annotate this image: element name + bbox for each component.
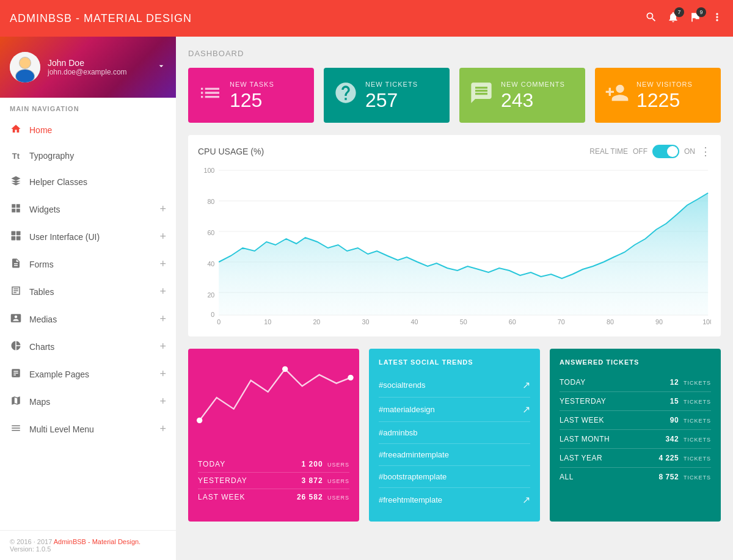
sparkline-label: LAST WEEK xyxy=(198,493,245,501)
svg-text:60: 60 xyxy=(509,318,516,324)
social-header: LATEST SOCIAL TRENDS xyxy=(379,358,530,366)
stat-card-tickets[interactable]: NEW TICKETS 257 xyxy=(324,68,450,123)
chart-controls: REAL TIME OFF ON ⋮ xyxy=(589,145,711,158)
user-chevron-icon[interactable] xyxy=(156,61,166,73)
ticket-row-lastmonth: LAST MONTH 342 TICKETS xyxy=(560,430,711,449)
stat-card-comments[interactable]: NEW COMMENTS 243 xyxy=(459,68,585,123)
chart-title: CPU USAGE (%) xyxy=(198,147,264,156)
home-icon xyxy=(10,123,22,136)
tables-icon xyxy=(10,285,22,298)
notifications-button[interactable]: 7 xyxy=(667,11,679,26)
stat-text: NEW COMMENTS 243 xyxy=(501,81,575,110)
svg-text:60: 60 xyxy=(207,229,214,236)
sidebar-item-home[interactable]: Home xyxy=(0,116,176,144)
main-content: DASHBOARD NEW TASKS 125 NEW TICKETS xyxy=(176,37,733,560)
stat-value: 1225 xyxy=(636,90,711,110)
stat-value: 125 xyxy=(230,90,304,110)
stat-card-tasks[interactable]: NEW TASKS 125 xyxy=(188,68,314,123)
multi-level-icon xyxy=(10,423,22,435)
search-button[interactable] xyxy=(645,11,657,26)
svg-text:80: 80 xyxy=(207,198,214,205)
user-name: John Doe xyxy=(48,58,149,68)
sidebar-item-label: Example Pages xyxy=(29,369,89,379)
stat-value: 257 xyxy=(365,90,440,110)
typography-icon: Tt xyxy=(10,151,22,161)
svg-text:20: 20 xyxy=(313,318,320,324)
sidebar-item-maps[interactable]: Maps + xyxy=(0,388,176,415)
sidebar-item-medias[interactable]: Medias + xyxy=(0,305,176,333)
ticket-row-lastyear: LAST YEAR 4 225 TICKETS xyxy=(560,449,711,468)
svg-text:20: 20 xyxy=(207,291,214,299)
stat-text: NEW TASKS 125 xyxy=(230,81,304,110)
realtime-toggle[interactable] xyxy=(652,145,679,158)
expand-icon: + xyxy=(159,423,166,435)
stat-label: NEW COMMENTS xyxy=(501,81,575,88)
sidebar-item-tables[interactable]: Tables + xyxy=(0,278,176,305)
stat-cards: NEW TASKS 125 NEW TICKETS 257 xyxy=(188,68,721,123)
notification-badge: 7 xyxy=(674,7,684,17)
example-pages-icon xyxy=(10,368,22,380)
chart-header: CPU USAGE (%) REAL TIME OFF ON ⋮ xyxy=(198,145,711,158)
svg-text:0: 0 xyxy=(211,311,214,318)
sidebar-item-label: Multi Level Menu xyxy=(29,424,94,434)
svg-point-4 xyxy=(16,70,34,82)
svg-point-34 xyxy=(348,375,353,380)
social-item-3: #adminbsb xyxy=(379,422,530,444)
user-info: John Doe john.doe@example.com xyxy=(48,58,149,76)
sidebar-item-charts[interactable]: Charts + xyxy=(0,333,176,360)
maps-icon xyxy=(10,395,22,408)
sidebar-item-label: Home xyxy=(29,125,52,135)
sparkline-label: TODAY xyxy=(198,460,225,468)
svg-rect-7 xyxy=(12,236,16,241)
tickets-card: ANSWERED TICKETS TODAY 12 TICKETS YESTER… xyxy=(550,349,721,522)
social-card: LATEST SOCIAL TRENDS #socialtrends ↗ #ma… xyxy=(369,349,540,522)
flag-button[interactable]: 9 xyxy=(689,11,701,26)
sparkline-card: TODAY 1 200 USERS YESTERDAY 3 872 USERS xyxy=(188,349,359,522)
sidebar-item-forms[interactable]: Forms + xyxy=(0,250,176,278)
sidebar-item-typography[interactable]: Tt Typography xyxy=(0,144,176,168)
sidebar-item-label: Maps xyxy=(29,397,50,407)
user-email: john.doe@example.com xyxy=(48,68,149,76)
stat-card-visitors[interactable]: NEW VISITORS 1225 xyxy=(595,68,721,123)
chart-more-button[interactable]: ⋮ xyxy=(700,145,711,158)
svg-text:10: 10 xyxy=(264,318,271,324)
svg-point-32 xyxy=(197,418,202,423)
sidebar-item-multi-level[interactable]: Multi Level Menu + xyxy=(0,415,176,443)
svg-text:90: 90 xyxy=(655,318,663,324)
main-layout: John Doe john.doe@example.com MAIN NAVIG… xyxy=(0,37,733,560)
sparkline-data: TODAY 1 200 USERS YESTERDAY 3 872 USERS xyxy=(188,446,359,515)
expand-icon: + xyxy=(159,340,166,353)
stat-text: NEW VISITORS 1225 xyxy=(636,81,711,110)
on-label: ON xyxy=(684,147,695,156)
svg-text:40: 40 xyxy=(411,318,418,324)
sidebar-item-ui[interactable]: User Interface (UI) + xyxy=(0,223,176,250)
stat-label: NEW TASKS xyxy=(230,81,304,88)
more-menu-button[interactable] xyxy=(711,11,723,26)
toggle-knob xyxy=(667,146,678,157)
expand-icon: + xyxy=(159,368,166,380)
footer-link[interactable]: AdminBSB - Material Design. xyxy=(54,538,140,545)
nav-label: MAIN NAVIGATION xyxy=(0,98,176,116)
sparkline-value: 3 872 USERS xyxy=(302,476,349,485)
avatar xyxy=(10,52,40,82)
svg-rect-8 xyxy=(16,236,21,241)
svg-text:100: 100 xyxy=(702,318,711,324)
sidebar-item-label: Tables xyxy=(29,287,54,297)
bottom-cards: TODAY 1 200 USERS YESTERDAY 3 872 USERS xyxy=(188,349,721,522)
user-panel: John Doe john.doe@example.com xyxy=(0,37,176,98)
sidebar-item-helper[interactable]: Helper Classes xyxy=(0,168,176,195)
sidebar-item-example-pages[interactable]: Example Pages + xyxy=(0,360,176,388)
sparkline-label: YESTERDAY xyxy=(198,476,247,485)
sidebar-item-widgets[interactable]: Widgets + xyxy=(0,195,176,223)
stat-text: NEW TICKETS 257 xyxy=(365,81,440,110)
sparkline-row-yesterday: YESTERDAY 3 872 USERS xyxy=(198,473,349,489)
svg-text:70: 70 xyxy=(558,318,565,324)
social-item-2: #materialdesign ↗ xyxy=(379,398,530,422)
topbar: ADMINBSB - MATERIAL DESIGN 7 9 xyxy=(0,0,733,37)
tasks-icon xyxy=(198,81,222,111)
flag-badge: 9 xyxy=(696,7,706,17)
helper-icon xyxy=(10,175,22,188)
version: Version: 1.0.5 xyxy=(10,545,166,553)
svg-rect-6 xyxy=(16,231,21,236)
sidebar-footer: © 2016 · 2017 AdminBSB - Material Design… xyxy=(0,530,176,560)
